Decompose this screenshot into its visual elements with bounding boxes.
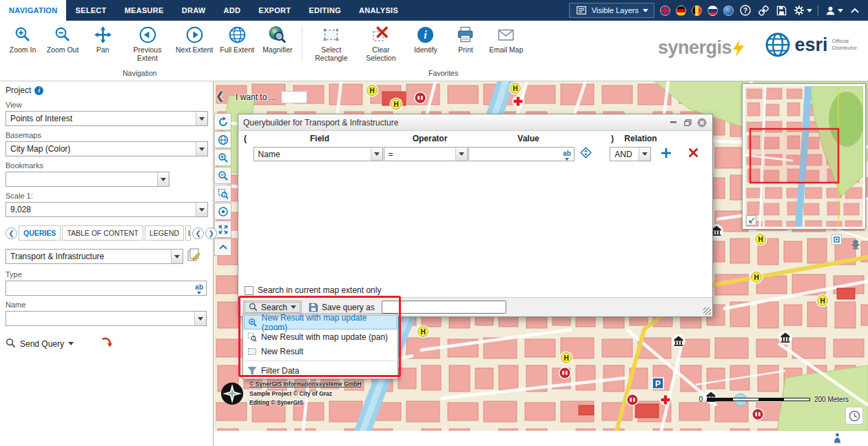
identify-tool[interactable]: i Identify bbox=[406, 23, 446, 63]
flag-uk-icon[interactable] bbox=[660, 6, 670, 16]
zoom-window-button[interactable] bbox=[214, 185, 231, 202]
send-query-button[interactable]: Send Query bbox=[20, 339, 64, 349]
menu-tab-export[interactable]: EXPORT bbox=[249, 0, 300, 21]
user-menu[interactable] bbox=[824, 4, 843, 17]
zoom-in-tool[interactable]: Zoom In bbox=[3, 23, 43, 63]
flag-belgium-icon[interactable] bbox=[692, 6, 702, 16]
i-want-to-input[interactable] bbox=[281, 91, 307, 103]
search-split-button[interactable]: Search bbox=[243, 301, 302, 314]
previous-extent-icon bbox=[138, 25, 157, 44]
overview-map[interactable] bbox=[742, 83, 866, 230]
field-dropdown[interactable]: Name bbox=[254, 147, 383, 161]
query-condition-row: Name = ab AND bbox=[238, 145, 712, 164]
menu-tab-measure[interactable]: MEASURE bbox=[116, 0, 173, 21]
dialog-titlebar[interactable]: Querybuilder for Transport & Infrastruct… bbox=[238, 114, 712, 131]
dialog-resize-grip[interactable] bbox=[703, 307, 711, 315]
refresh-map-button[interactable] bbox=[214, 113, 231, 130]
menu-tab-editing[interactable]: EDITING bbox=[300, 0, 350, 21]
email-envelope-icon bbox=[497, 25, 516, 44]
restore-icon[interactable] bbox=[682, 117, 693, 128]
tab-queries[interactable]: QUERIES bbox=[19, 225, 61, 241]
menu-tab-select[interactable]: SELECT bbox=[66, 0, 115, 21]
tool-label: Full Extent bbox=[220, 45, 254, 54]
help-icon[interactable]: ? bbox=[739, 4, 752, 17]
menu-tab-add[interactable]: ADD bbox=[215, 0, 250, 21]
menu-tab-draw[interactable]: DRAW bbox=[173, 0, 215, 21]
menu-tab-analysis[interactable]: ANALYSIS bbox=[350, 0, 407, 21]
reset-query-icon[interactable] bbox=[100, 337, 112, 350]
tab-scroll-right-icon[interactable]: ❯ bbox=[205, 227, 217, 239]
delete-condition-icon[interactable] bbox=[688, 148, 699, 161]
save-query-name-input[interactable] bbox=[382, 301, 506, 314]
menu-item-new-result-pan[interactable]: New Result with map update (pan) bbox=[244, 330, 397, 344]
view-label: View bbox=[6, 101, 207, 109]
get-values-icon[interactable] bbox=[580, 147, 592, 161]
tool-label: Identify bbox=[414, 45, 437, 54]
flag-russia-icon[interactable] bbox=[707, 6, 718, 16]
full-extent-tool[interactable]: Full Extent bbox=[216, 23, 258, 63]
print-tool[interactable]: Print bbox=[446, 23, 486, 63]
next-extent-tool[interactable]: Next Extent bbox=[172, 23, 216, 63]
clear-selection-tool[interactable]: Clear Selection bbox=[356, 23, 406, 63]
email-map-tool[interactable]: Email Map bbox=[486, 23, 527, 63]
settings-menu[interactable] bbox=[793, 4, 812, 17]
relation-dropdown[interactable]: AND bbox=[610, 147, 651, 161]
close-icon[interactable] bbox=[696, 117, 707, 128]
view-dropdown[interactable]: Points of Interest bbox=[6, 111, 208, 126]
menu-tab-navigation[interactable]: NAVIGATION bbox=[0, 0, 66, 21]
esri-globe-icon bbox=[765, 32, 791, 58]
i-want-to-widget[interactable]: I want to ... bbox=[236, 91, 307, 103]
menu-item-new-result[interactable]: New Result bbox=[244, 344, 397, 358]
pan-tool[interactable]: Pan bbox=[83, 23, 123, 63]
previous-extent-tool[interactable]: Previous Extent bbox=[123, 23, 172, 63]
collapse-panel-icon[interactable]: ❮ bbox=[216, 90, 225, 102]
type-input[interactable]: ab bbox=[6, 281, 207, 296]
globe-language-icon[interactable] bbox=[723, 6, 734, 16]
identify-info-icon: i bbox=[416, 25, 435, 44]
link-icon[interactable] bbox=[757, 4, 769, 17]
tab-scroll-left-icon[interactable]: ❮ bbox=[192, 227, 204, 239]
query-theme-dropdown[interactable]: Transport & Infrastructure bbox=[6, 249, 183, 264]
scale-dropdown[interactable]: 9,028 bbox=[6, 202, 208, 217]
map-extent-checkbox[interactable] bbox=[245, 286, 254, 295]
collapse-toolbar-button[interactable] bbox=[214, 239, 231, 256]
center-map-button[interactable] bbox=[214, 203, 231, 220]
tool-label: Zoom In bbox=[10, 45, 37, 54]
value-input[interactable]: ab bbox=[468, 147, 575, 161]
autocomplete-ab-icon[interactable]: ab bbox=[563, 150, 571, 161]
zoom-out-tool[interactable]: Zoom Out bbox=[43, 23, 83, 63]
tab-table-of-content[interactable]: TABLE OF CONTENT bbox=[62, 225, 143, 241]
maximize-map-button[interactable] bbox=[214, 221, 231, 238]
history-button[interactable] bbox=[845, 407, 863, 425]
tab-scroll-left-icon[interactable]: ❮ bbox=[6, 227, 17, 239]
extent-rectangle[interactable] bbox=[750, 129, 838, 183]
svg-text:H: H bbox=[820, 297, 825, 305]
full-extent-button[interactable] bbox=[214, 131, 231, 148]
edit-query-icon[interactable] bbox=[186, 247, 201, 265]
operator-dropdown[interactable]: = bbox=[384, 147, 468, 161]
add-condition-icon[interactable] bbox=[661, 148, 672, 161]
select-rectangle-tool[interactable]: Select Rectangle bbox=[307, 23, 356, 63]
menu-item-filter-data[interactable]: Filter Data bbox=[244, 363, 397, 378]
zoom-in-map-button[interactable] bbox=[214, 149, 231, 166]
tab-legend[interactable]: LEGEND bbox=[145, 225, 184, 241]
tab-truncated[interactable]: L bbox=[185, 225, 191, 241]
save-query-as[interactable]: Save query as bbox=[309, 303, 375, 312]
basemaps-dropdown[interactable]: City Map (Color) bbox=[6, 141, 208, 156]
minimize-icon[interactable] bbox=[668, 117, 679, 128]
chevron-down-icon[interactable] bbox=[68, 342, 74, 345]
name-dropdown[interactable] bbox=[6, 311, 207, 326]
overview-resize-handle[interactable] bbox=[746, 215, 756, 225]
autocomplete-ab-icon[interactable]: ab bbox=[195, 284, 203, 294]
user-icon bbox=[824, 4, 836, 17]
zoom-out-map-button[interactable] bbox=[214, 167, 231, 184]
chevron-down-icon bbox=[171, 250, 183, 263]
bookmarks-dropdown[interactable] bbox=[6, 172, 169, 187]
flag-germany-icon[interactable] bbox=[676, 6, 686, 16]
magnifier-tool[interactable]: Magnifier bbox=[258, 23, 298, 63]
collapse-bar-icon[interactable] bbox=[849, 4, 861, 17]
menu-item-new-result-zoom[interactable]: New Result with map update (zoom) bbox=[244, 315, 397, 330]
visible-layers-button[interactable]: Visible Layers bbox=[569, 3, 654, 18]
info-icon[interactable]: i bbox=[34, 86, 43, 95]
save-icon[interactable] bbox=[775, 4, 787, 17]
